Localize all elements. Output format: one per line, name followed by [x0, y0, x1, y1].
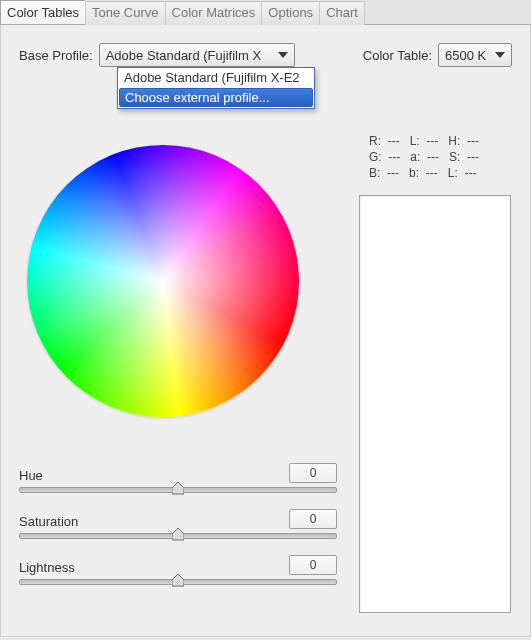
color-table-label: Color Table: — [363, 48, 432, 63]
app-window: Color Tables Tone Curve Color Matrices O… — [0, 0, 531, 640]
color-table-selected-value: 6500 K — [445, 48, 486, 63]
color-tables-panel: Base Profile: Adobe Standard (Fujifilm X… — [0, 25, 531, 637]
hue-value-input[interactable]: 0 — [289, 463, 337, 483]
tab-chart[interactable]: Chart — [319, 1, 365, 25]
base-profile-selected-value: Adobe Standard (Fujifilm X — [106, 48, 261, 63]
base-profile-dropdown[interactable]: Adobe Standard (Fujifilm X-E2 Choose ext… — [117, 67, 315, 109]
slider-thumb-icon — [172, 482, 184, 498]
adjustment-sliders: Hue 0 Saturation 0 — [19, 463, 337, 601]
tab-options[interactable]: Options — [261, 1, 319, 25]
svg-marker-2 — [172, 482, 184, 494]
slider-thumb-icon — [172, 574, 184, 590]
lightness-label: Lightness — [19, 560, 75, 575]
svg-marker-1 — [495, 52, 505, 58]
dropdown-option[interactable]: Adobe Standard (Fujifilm X-E2 — [118, 68, 314, 87]
chevron-down-icon — [493, 48, 507, 62]
color-wheel-container — [27, 145, 319, 437]
hue-slider-track[interactable] — [19, 487, 337, 493]
lightness-value-input[interactable]: 0 — [289, 555, 337, 575]
saturation-slider-track[interactable] — [19, 533, 337, 539]
profile-row: Base Profile: Adobe Standard (Fujifilm X… — [19, 43, 512, 67]
tab-tone-curve[interactable]: Tone Curve — [85, 1, 164, 25]
tab-color-tables[interactable]: Color Tables — [0, 0, 85, 24]
hue-label: Hue — [19, 468, 43, 483]
hue-slider-group: Hue 0 — [19, 463, 337, 493]
chevron-down-icon — [276, 48, 290, 62]
color-readout: R: --- L: --- H: --- G: --- a: --- S: --… — [369, 133, 479, 181]
base-profile-select[interactable]: Adobe Standard (Fujifilm X — [99, 43, 295, 67]
slider-thumb-icon — [172, 528, 184, 544]
svg-marker-3 — [172, 528, 184, 540]
base-profile-label: Base Profile: — [19, 48, 93, 63]
dropdown-option-highlighted[interactable]: Choose external profile... — [119, 88, 313, 107]
saturation-label: Saturation — [19, 514, 78, 529]
lightness-slider-group: Lightness 0 — [19, 555, 337, 585]
saturation-slider-group: Saturation 0 — [19, 509, 337, 539]
tab-bar: Color Tables Tone Curve Color Matrices O… — [0, 0, 531, 25]
color-table-select[interactable]: 6500 K — [438, 43, 512, 67]
sample-listbox[interactable] — [359, 195, 511, 613]
color-wheel[interactable] — [27, 145, 299, 417]
tab-color-matrices[interactable]: Color Matrices — [165, 1, 262, 25]
lightness-slider-track[interactable] — [19, 579, 337, 585]
saturation-value-input[interactable]: 0 — [289, 509, 337, 529]
svg-marker-4 — [172, 574, 184, 586]
svg-marker-0 — [278, 52, 288, 58]
